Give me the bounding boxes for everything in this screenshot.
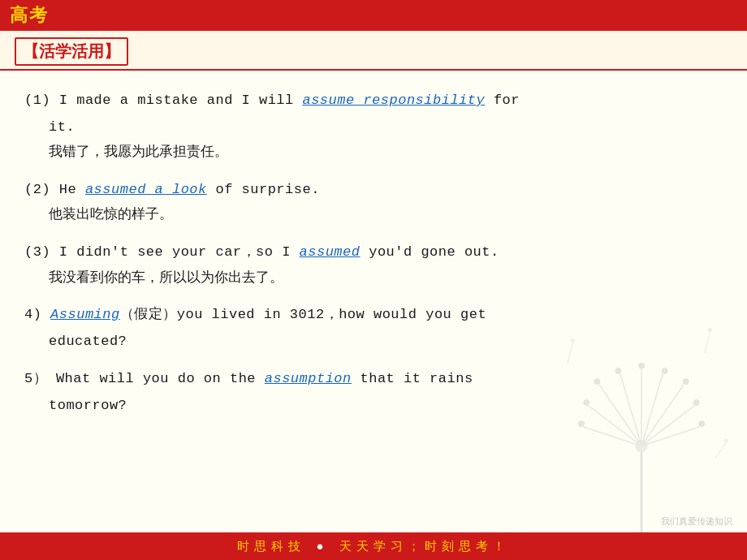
exercise-4-cont: educated? xyxy=(24,330,127,355)
exercise-3-num: (3) xyxy=(24,244,50,260)
exercise-3-chinese: 我没看到你的车，所以以为你出去了。 xyxy=(24,265,723,291)
svg-line-24 xyxy=(715,443,726,459)
exercise-5-num: 5） xyxy=(24,371,47,386)
content-area: (1) I made a mistake and I will assume r… xyxy=(0,71,747,560)
exercise-4-num: 4) xyxy=(24,307,41,322)
exercise-1-num: (1) xyxy=(24,93,50,108)
answer-assumed-a-look: assumed a look xyxy=(85,182,207,197)
footer-part1: 时思科技 xyxy=(237,540,305,553)
title-area: 【活学活用】 xyxy=(0,31,747,71)
answer-assumption: assumption xyxy=(265,371,352,386)
bottom-bar: 时思科技 ● 天天学习；时刻思考！ xyxy=(0,532,747,560)
exercise-item-4: 4) Assuming（假定）you lived in 3012，how wou… xyxy=(24,301,723,354)
exercise-2-num: (2) xyxy=(24,182,50,197)
exercise-item-2: (2) He assumed a look of surprise. 他装出吃惊… xyxy=(24,176,723,227)
svg-point-17 xyxy=(578,420,585,427)
svg-line-18 xyxy=(641,427,700,446)
section-label: 【活学活用】 xyxy=(15,37,128,66)
exercise-1-cont: it. xyxy=(24,115,75,140)
exercise-2-chinese: 他装出吃惊的样子。 xyxy=(24,202,723,227)
answer-assumed: assumed xyxy=(300,244,361,260)
page-wrapper: 高考 【活学活用】 (1) I made a mistake and I wil… xyxy=(0,0,747,560)
exercise-2-english: (2) He assumed a look of surprise. xyxy=(24,182,320,197)
exercise-5-cont: tomorrow? xyxy=(24,394,127,419)
footer-text: 时思科技 ● 天天学习；时刻思考！ xyxy=(237,539,511,554)
exercise-1-english: (1) I made a mistake and I will assume r… xyxy=(24,93,520,108)
logo-text: 高考 xyxy=(10,3,49,28)
svg-point-25 xyxy=(723,438,728,442)
answer-assuming: Assuming xyxy=(50,307,120,322)
top-bar: 高考 xyxy=(0,0,747,31)
svg-point-1 xyxy=(635,440,648,453)
exercise-item-1: (1) I made a mistake and I will assume r… xyxy=(24,87,723,165)
exercise-4-english: 4) Assuming（假定）you lived in 3012，how wou… xyxy=(24,307,486,322)
answer-assume-responsibility: assume responsibility xyxy=(302,93,485,108)
exercise-item-3: (3) I didn't see your car，so I assumed y… xyxy=(24,239,723,290)
exercise-5-english: 5） What will you do on the assumption th… xyxy=(24,371,473,386)
exercise-1-chinese: 我错了，我愿为此承担责任。 xyxy=(24,140,723,165)
exercise-3-english: (3) I didn't see your car，so I assumed y… xyxy=(24,244,499,260)
footer-dot: ● xyxy=(316,540,336,553)
watermark-text: 我们真爱传递知识 xyxy=(661,515,732,528)
svg-point-19 xyxy=(698,420,705,427)
svg-line-16 xyxy=(584,427,642,446)
exercise-item-5: 5） What will you do on the assumption th… xyxy=(24,365,723,418)
footer-part2: 天天学习；时刻思考！ xyxy=(339,540,510,553)
